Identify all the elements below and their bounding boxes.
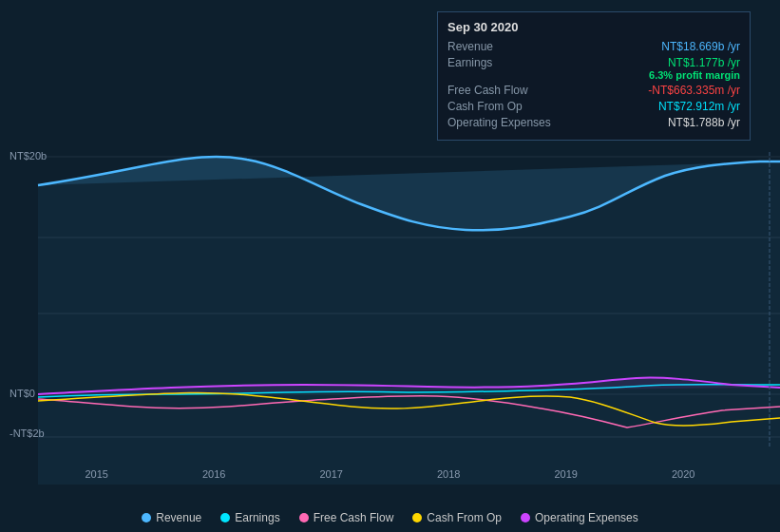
x-label-2018: 2018 [437, 468, 460, 480]
legend-revenue[interactable]: Revenue [142, 511, 201, 524]
tooltip-opex-row: Operating Expenses NT$1.788b /yr [447, 116, 740, 129]
legend-cashop-label: Cash From Op [427, 511, 502, 524]
legend-earnings-dot [220, 513, 230, 522]
legend-opex-dot [521, 513, 530, 522]
x-label-2017: 2017 [320, 468, 343, 480]
tooltip-date: Sep 30 2020 [447, 20, 740, 34]
legend-earnings[interactable]: Earnings [220, 511, 279, 524]
legend-revenue-dot [142, 513, 151, 522]
y-label-20b: NT$20b [10, 150, 47, 162]
tooltip-cashop-value: NT$72.912m /yr [658, 100, 740, 113]
y-label-neg2b: -NT$2b [10, 428, 45, 439]
x-axis-labels: 2015 2016 2017 2018 2019 2020 [0, 468, 780, 480]
tooltip-earnings-row: Earnings NT$1.177b /yr 6.3% profit margi… [447, 56, 740, 81]
x-label-2020: 2020 [672, 468, 694, 480]
tooltip-revenue-value: NT$18.669b /yr [661, 40, 740, 53]
legend-opex[interactable]: Operating Expenses [521, 511, 638, 524]
tooltip-fcf-label: Free Cash Flow [447, 84, 571, 97]
tooltip-revenue-label: Revenue [447, 40, 571, 53]
tooltip-fcf-row: Free Cash Flow -NT$663.335m /yr [447, 84, 740, 97]
tooltip-cashop-label: Cash From Op [447, 100, 571, 113]
legend-fcf-dot [299, 513, 309, 522]
tooltip-profit-margin: 6.3% profit margin [649, 69, 740, 81]
legend-cashop[interactable]: Cash From Op [412, 511, 502, 524]
tooltip-earnings-value: NT$1.177b /yr [649, 56, 740, 69]
x-label-2015: 2015 [86, 468, 108, 480]
legend-cashop-dot [412, 513, 422, 522]
legend-fcf[interactable]: Free Cash Flow [299, 511, 394, 524]
x-label-2019: 2019 [555, 468, 578, 480]
tooltip-earnings-label: Earnings [447, 56, 571, 69]
tooltip-cashop-row: Cash From Op NT$72.912m /yr [447, 100, 740, 113]
tooltip-revenue-row: Revenue NT$18.669b /yr [447, 40, 740, 53]
legend-revenue-label: Revenue [156, 511, 201, 524]
legend-earnings-label: Earnings [235, 511, 279, 524]
tooltip-panel: Sep 30 2020 Revenue NT$18.669b /yr Earni… [437, 11, 751, 141]
tooltip-fcf-value: -NT$663.335m /yr [648, 84, 740, 97]
x-label-2016: 2016 [202, 468, 225, 480]
tooltip-opex-value: NT$1.788b /yr [668, 116, 740, 129]
y-label-0: NT$0 [10, 388, 35, 399]
legend-opex-label: Operating Expenses [535, 511, 638, 524]
tooltip-opex-label: Operating Expenses [447, 116, 571, 129]
legend-fcf-label: Free Cash Flow [314, 511, 394, 524]
legend-bar: Revenue Earnings Free Cash Flow Cash Fro… [0, 511, 780, 524]
